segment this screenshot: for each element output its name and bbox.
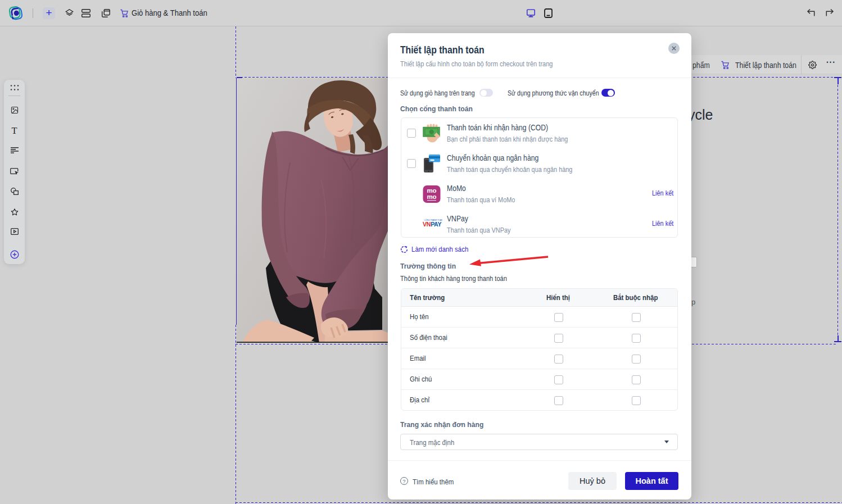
- svg-text:mo: mo: [427, 193, 436, 200]
- svg-text:VNPAY: VNPAY: [423, 221, 441, 228]
